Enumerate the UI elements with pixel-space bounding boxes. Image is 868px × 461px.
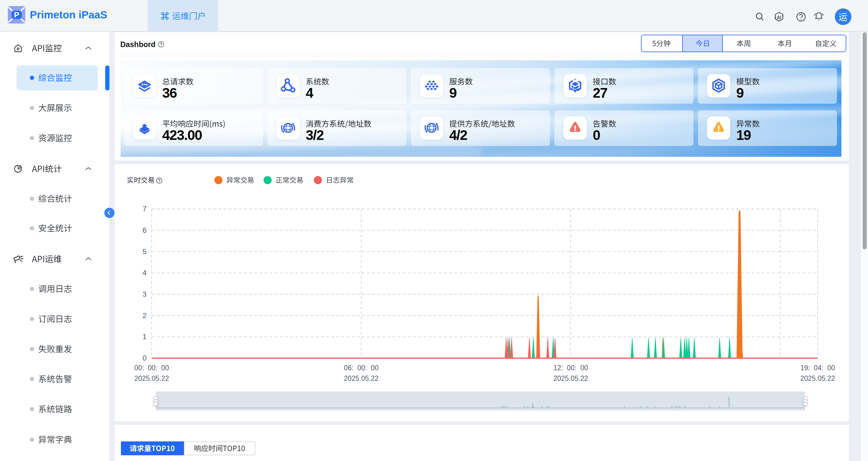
svg-text:P: P	[14, 10, 19, 19]
